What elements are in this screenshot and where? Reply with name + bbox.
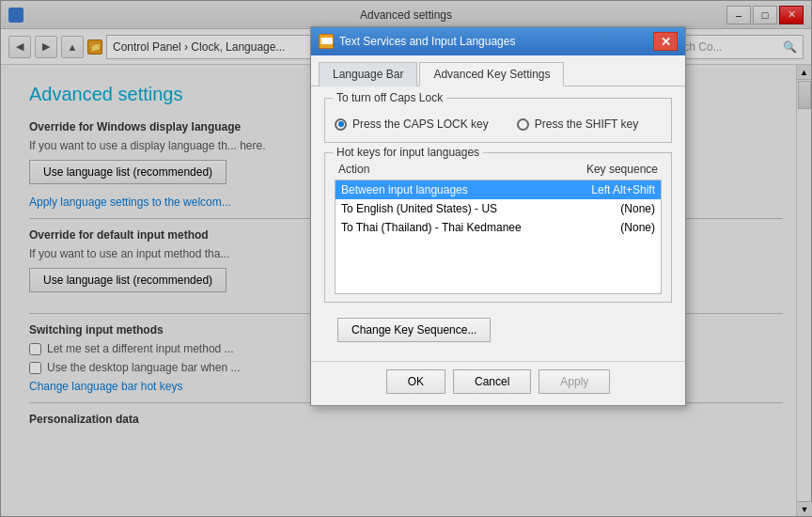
dialog-title: Text Services and Input Languages: [339, 35, 653, 48]
radio-shift-key-input[interactable]: [517, 118, 529, 131]
dialog-titlebar: ⌨ Text Services and Input Languages ✕: [311, 27, 685, 55]
hotkeys-section: Hot keys for input languages Action Key …: [324, 152, 672, 303]
col-header-key: Key sequence: [586, 163, 658, 176]
row-key-0: Left Alt+Shift: [591, 183, 655, 196]
row-action-0: Between input languages: [341, 183, 591, 196]
caps-lock-section: To turn off Caps Lock Press the CAPS LOC…: [324, 98, 672, 143]
dialog-footer: OK Cancel Apply: [311, 361, 685, 405]
row-action-1: To English (United States) - US: [341, 202, 620, 215]
radio-shift-key-label: Press the SHIFT key: [535, 118, 638, 131]
dialog-text-services: ⌨ Text Services and Input Languages ✕ La…: [310, 26, 686, 406]
hotkeys-title: Hot keys for input languages: [333, 146, 483, 159]
tab-advanced-key-settings[interactable]: Advanced Key Settings: [419, 62, 564, 86]
table-row[interactable]: Between input languages Left Alt+Shift: [336, 180, 661, 199]
apply-button[interactable]: Apply: [539, 369, 610, 394]
cancel-button[interactable]: Cancel: [453, 369, 531, 394]
dialog-close-button[interactable]: ✕: [653, 32, 678, 51]
radio-caps-lock-label: Press the CAPS LOCK key: [352, 118, 489, 131]
tab-language-bar[interactable]: Language Bar: [319, 62, 417, 86]
row-key-1: (None): [620, 202, 655, 215]
dialog-content: To turn off Caps Lock Press the CAPS LOC…: [311, 86, 685, 361]
dialog-icon: ⌨: [319, 34, 334, 49]
radio-caps-lock-input[interactable]: [335, 118, 347, 131]
ok-button[interactable]: OK: [386, 369, 445, 394]
row-key-2: (None): [620, 221, 655, 234]
col-header-action: Action: [338, 163, 369, 176]
radio-shift-key[interactable]: Press the SHIFT key: [517, 118, 638, 131]
radio-caps-lock[interactable]: Press the CAPS LOCK key: [335, 118, 489, 131]
dialog-bottom: Change Key Sequence...: [324, 310, 672, 350]
table-header: Action Key sequence: [335, 161, 662, 178]
table-row[interactable]: To English (United States) - US (None): [336, 199, 661, 218]
table-empty-space: [336, 237, 661, 293]
hotkeys-table: Between input languages Left Alt+Shift T…: [335, 180, 662, 294]
caps-lock-title: To turn off Caps Lock: [333, 91, 446, 104]
tab-bar: Language Bar Advanced Key Settings: [311, 55, 685, 86]
row-action-2: To Thai (Thailand) - Thai Kedmanee: [341, 221, 620, 234]
change-key-sequence-button[interactable]: Change Key Sequence...: [337, 318, 491, 342]
table-row[interactable]: To Thai (Thailand) - Thai Kedmanee (None…: [336, 218, 661, 237]
